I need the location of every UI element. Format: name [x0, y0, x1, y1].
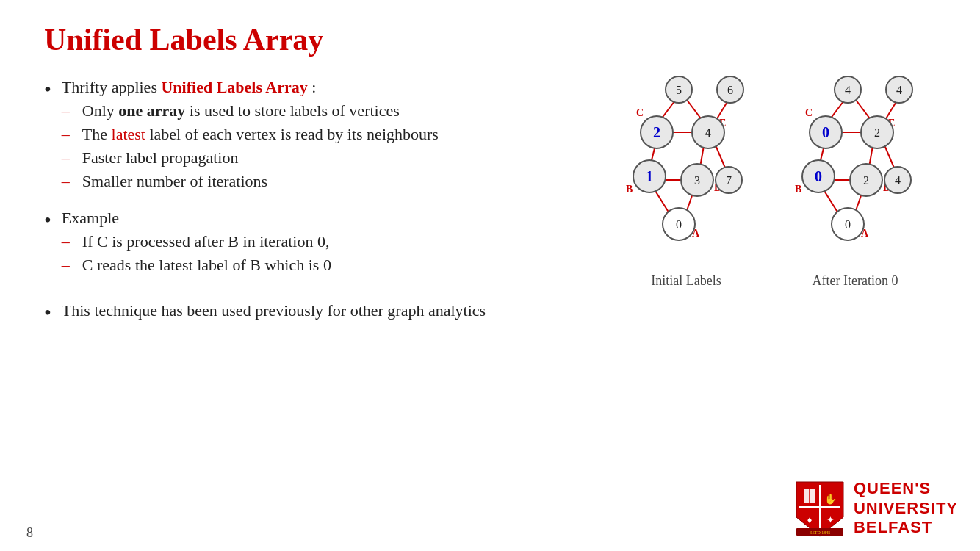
qub-line2: UNIVERSITY: [854, 499, 958, 518]
svg-text:3: 3: [694, 174, 700, 187]
page-title: Unified Labels Array: [44, 22, 936, 57]
bullet-1-text-before: Thrifty applies: [62, 78, 162, 96]
unified-labels-highlight: Unified Labels Array: [161, 78, 307, 96]
bullet-2-main: Example: [62, 209, 119, 227]
svg-text:4: 4: [845, 84, 851, 96]
svg-text:0: 0: [676, 218, 682, 231]
dash-1-3: –: [62, 148, 75, 168]
dash-1-4: –: [62, 172, 75, 191]
sub-list-2: – If C is processed after B in iteration…: [62, 232, 331, 275]
bullet-dot-2: •: [44, 206, 51, 234]
svg-text:1: 1: [646, 168, 653, 184]
svg-text:0: 0: [845, 218, 851, 231]
svg-text:B: B: [795, 184, 801, 195]
svg-text:B: B: [626, 184, 633, 195]
sub-1-3-text: Faster label propagation: [82, 148, 239, 168]
svg-text:5: 5: [676, 84, 682, 96]
sub-2-1-text: If C is processed after B in iteration 0…: [82, 232, 330, 251]
sub-1-3: – Faster label propagation: [62, 148, 439, 168]
svg-text:♦: ♦: [807, 514, 813, 525]
page-number: 8: [26, 525, 33, 541]
slide: Unified Labels Array • Thrifty applies U…: [0, 0, 980, 551]
svg-text:2: 2: [863, 174, 869, 187]
qub-line3: BELFAST: [854, 518, 958, 537]
sub-2-2-text: C reads the latest label of B which is 0: [82, 256, 331, 275]
svg-text:✦: ✦: [826, 514, 834, 525]
bullet-1-colon: :: [308, 78, 317, 96]
dash-2-2: –: [62, 256, 75, 275]
after-iteration-graph: 4 4 0 C E 2 0 B 2 D: [774, 73, 936, 289]
svg-text:4: 4: [705, 126, 711, 139]
after-graph-svg: 4 4 0 C E 2 0 B 2 D: [774, 73, 936, 264]
svg-text:0: 0: [822, 124, 829, 140]
after-iteration-caption: After Iteration 0: [774, 273, 936, 289]
svg-text:ESTD 1845: ESTD 1845: [810, 530, 831, 535]
svg-text:A: A: [692, 228, 700, 239]
sub-1-2-text: The latest label of each vertex is read …: [82, 125, 439, 144]
svg-text:A: A: [861, 228, 869, 239]
bullet-3-text: This technique has been used previously …: [62, 301, 486, 320]
dash-2-1: –: [62, 232, 75, 251]
qub-text: QUEEN'S UNIVERSITY BELFAST: [854, 479, 958, 537]
qub-logo: ✋ ♦ ✦ ESTD 1845 QUEEN'S UNIVERSITY BELFA…: [793, 479, 958, 538]
svg-text:2: 2: [874, 126, 880, 139]
svg-text:4: 4: [895, 174, 901, 187]
svg-text:6: 6: [727, 84, 733, 96]
sub-1-1: – Only one array is used to store labels…: [62, 101, 439, 120]
svg-text:✋: ✋: [824, 493, 837, 505]
sub-1-1-text: Only one array is used to store labels o…: [82, 101, 400, 120]
qub-line1: QUEEN'S: [854, 479, 958, 498]
initial-labels-graph: 5 6 2 C E 4 1 B 3 D: [605, 73, 767, 289]
sub-1-2: – The latest label of each vertex is rea…: [62, 125, 439, 144]
sub-list-1: – Only one array is used to store labels…: [62, 101, 439, 191]
sub-1-4: – Smaller number of iterations: [62, 172, 439, 191]
bullet-1-content: Thrifty applies Unified Labels Array : –…: [62, 78, 439, 195]
svg-text:C: C: [805, 107, 813, 118]
bullet-dot-1: •: [44, 75, 51, 104]
qub-shield-icon: ✋ ♦ ✦ ESTD 1845: [793, 479, 846, 538]
bullet-2-content: Example – If C is processed after B in i…: [62, 209, 331, 279]
svg-text:2: 2: [653, 124, 660, 140]
bullet-dot-3: •: [44, 298, 51, 327]
sub-2-1: – If C is processed after B in iteration…: [62, 232, 331, 251]
initial-graph-svg: 5 6 2 C E 4 1 B 3 D: [605, 73, 767, 264]
svg-text:7: 7: [726, 174, 732, 187]
svg-text:4: 4: [896, 84, 902, 96]
svg-text:0: 0: [815, 168, 822, 184]
dash-1-1: –: [62, 101, 75, 120]
sub-1-4-text: Smaller number of iterations: [82, 172, 267, 191]
sub-2-2: – C reads the latest label of B which is…: [62, 256, 331, 275]
initial-labels-caption: Initial Labels: [605, 273, 767, 289]
svg-text:C: C: [636, 107, 644, 118]
dash-1-2: –: [62, 125, 75, 144]
graph-area: 5 6 2 C E 4 1 B 3 D: [605, 73, 958, 309]
